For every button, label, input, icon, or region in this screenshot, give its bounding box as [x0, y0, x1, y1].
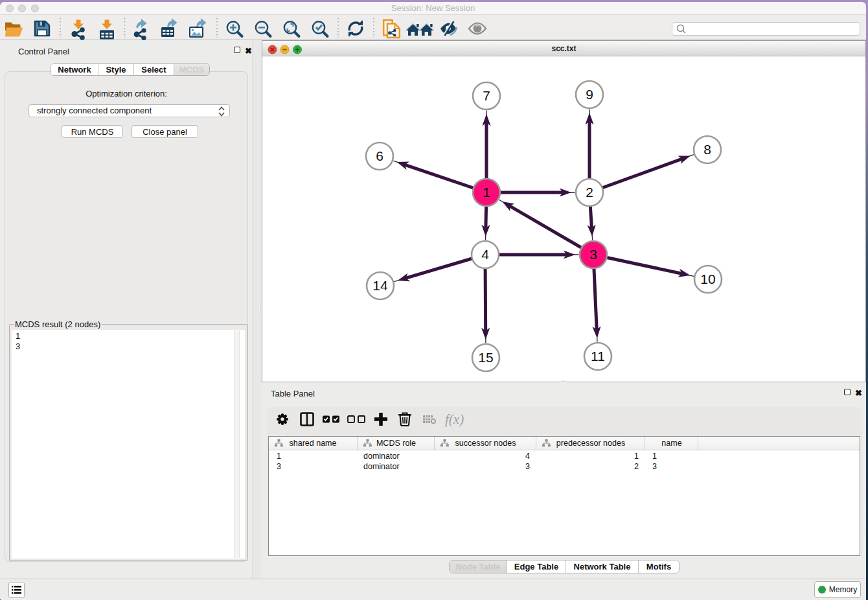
svg-text:2: 2: [586, 185, 593, 200]
svg-text:1: 1: [483, 185, 490, 200]
svg-text:3: 3: [589, 247, 597, 262]
svg-text:15: 15: [478, 350, 493, 365]
svg-text:7: 7: [483, 88, 490, 103]
svg-text:14: 14: [372, 278, 388, 293]
svg-text:f(x): f(x): [445, 411, 464, 427]
svg-text:9: 9: [586, 87, 593, 102]
svg-text:10: 10: [700, 271, 715, 286]
svg-text:4: 4: [481, 247, 489, 262]
svg-text:6: 6: [376, 148, 383, 163]
svg-text:8: 8: [703, 142, 711, 157]
svg-text:11: 11: [591, 349, 605, 363]
